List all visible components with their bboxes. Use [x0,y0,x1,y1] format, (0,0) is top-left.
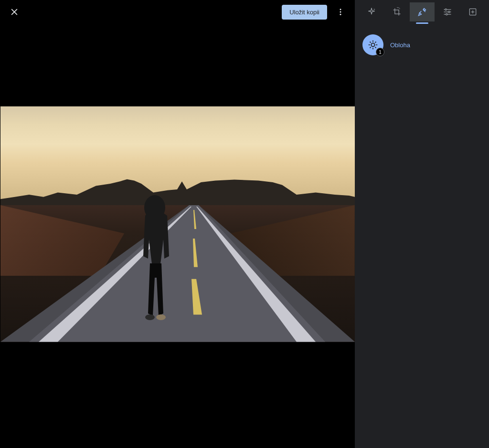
svg-point-4 [340,14,341,15]
svg-point-6 [145,314,155,320]
svg-line-23 [375,47,376,48]
effect-count-badge: 1 [376,48,384,56]
svg-point-12 [448,11,449,12]
close-icon [10,7,19,17]
more-vertical-icon [336,8,345,16]
tab-tools[interactable] [410,2,435,21]
tab-markup[interactable] [460,2,485,21]
save-copy-button[interactable]: Uložit kopii [282,5,327,20]
crop-rotate-icon [392,7,402,17]
tab-suggestions[interactable] [359,2,384,21]
sidebar-content: 1 Obloha [355,24,489,66]
effect-label: Obloha [390,42,410,49]
editor-tabs [355,0,489,24]
svg-point-3 [340,11,341,13]
tab-adjust[interactable] [435,2,460,21]
edited-photo [0,106,355,342]
close-button[interactable] [5,2,24,21]
tools-icon [417,7,427,17]
tab-crop[interactable] [384,2,409,21]
top-bar: Uložit kopii [0,0,355,24]
more-options-button[interactable] [331,2,350,21]
svg-point-11 [445,9,446,10]
svg-line-24 [370,47,371,48]
markup-icon [468,7,478,17]
top-right-actions: Uložit kopii [282,2,350,21]
svg-point-2 [340,9,341,10]
sliders-icon [443,7,452,17]
svg-line-25 [375,42,376,42]
svg-point-17 [371,43,374,46]
image-canvas[interactable] [0,0,355,448]
effect-icon-wrapper: 1 [362,34,383,55]
svg-point-13 [446,13,447,15]
svg-line-22 [370,42,371,42]
main-editor-area: Uložit kopii [0,0,355,448]
sparkle-icon [367,7,376,17]
editor-sidebar: 1 Obloha [355,0,489,448]
effect-sky[interactable]: 1 Obloha [362,31,481,58]
svg-point-7 [156,314,166,320]
